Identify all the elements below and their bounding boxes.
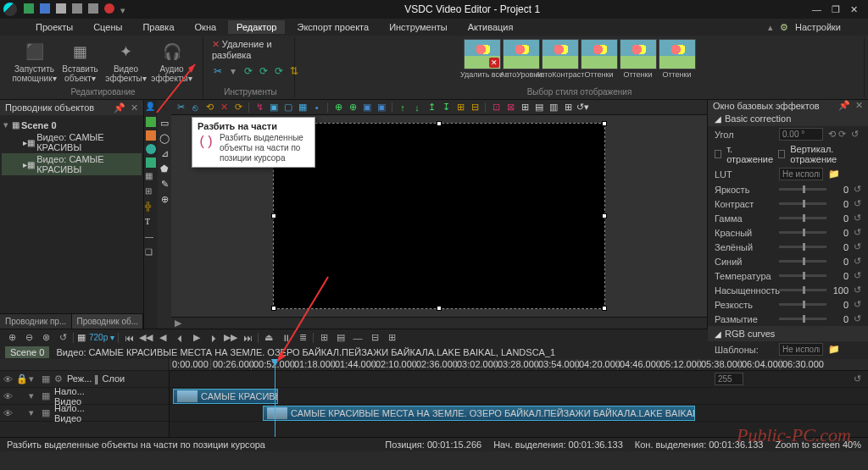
- tool-icon[interactable]: ⟳: [258, 65, 270, 77]
- toolbar-icon[interactable]: ⊠: [504, 102, 516, 113]
- tc-icon[interactable]: ⏸: [279, 331, 292, 345]
- tool-icon[interactable]: [146, 158, 156, 168]
- tool-icon[interactable]: ⟳: [242, 65, 254, 77]
- panel-tab[interactable]: Проводник пр...: [0, 314, 72, 329]
- tc-icon[interactable]: ⏏: [262, 331, 275, 345]
- toolbar-icon[interactable]: ⊕: [332, 102, 344, 113]
- tool-icon[interactable]: ╬: [145, 202, 157, 213]
- tc-icon[interactable]: ≣: [296, 331, 309, 345]
- tool-icon[interactable]: [146, 144, 156, 154]
- templates-select[interactable]: [779, 343, 823, 356]
- style-tint2[interactable]: Оттенки: [620, 39, 657, 79]
- menu-scenes[interactable]: Сцены: [85, 20, 131, 34]
- transport-play[interactable]: ▶: [190, 331, 203, 345]
- tool-icon[interactable]: —: [145, 232, 157, 244]
- toolbar-icon[interactable]: ▤: [533, 102, 545, 113]
- slider[interactable]: [779, 231, 826, 234]
- tool-icon[interactable]: [146, 130, 156, 141]
- tool-icon[interactable]: ▦: [145, 171, 157, 183]
- menu-edit[interactable]: Правка: [134, 20, 182, 34]
- play-preview-icon[interactable]: ▶: [175, 318, 181, 329]
- slider[interactable]: [779, 260, 826, 263]
- folder-icon[interactable]: 📁: [828, 169, 840, 180]
- section-basic-correction[interactable]: ◢ Basic correction: [708, 111, 868, 126]
- tool-icon[interactable]: ❏: [145, 247, 157, 259]
- transport-last[interactable]: ⏭: [241, 331, 254, 345]
- tc-icon[interactable]: ⊖: [22, 331, 36, 345]
- resolution-select[interactable]: 720p ▾: [89, 333, 114, 342]
- toolbar-icon[interactable]: ⊟: [469, 102, 481, 113]
- toolbar-icon[interactable]: ↧: [440, 102, 452, 113]
- transport-prev[interactable]: ◀◀: [139, 331, 153, 345]
- tc-icon[interactable]: —: [351, 331, 364, 345]
- arrow-down-icon[interactable]: ↓: [411, 102, 423, 113]
- reset-icon[interactable]: ↺: [854, 213, 861, 224]
- close-panel-icon[interactable]: ✕: [855, 100, 863, 111]
- qa-dropdown-icon[interactable]: ▾: [120, 5, 131, 15]
- style-tint1[interactable]: Оттенки: [581, 39, 618, 79]
- reset-icon[interactable]: ↺: [854, 227, 861, 238]
- timeline-clip[interactable]: САМЫЕ КРАСИВЫЕ: [173, 389, 278, 404]
- close-button[interactable]: ✕: [850, 4, 858, 15]
- cursor-tool-icon[interactable]: ↖: [159, 102, 170, 113]
- toolbar-icon[interactable]: ⊡: [490, 102, 502, 113]
- toolbar-icon[interactable]: ↯: [253, 102, 265, 113]
- qa-icon[interactable]: [88, 3, 98, 14]
- tool-icon[interactable]: 👤: [145, 102, 157, 113]
- tc-icon[interactable]: ⊞: [385, 331, 398, 345]
- tc-icon[interactable]: ⊗: [39, 331, 53, 345]
- qa-icon[interactable]: [72, 3, 82, 14]
- reset-icon[interactable]: ↺: [854, 299, 861, 310]
- tc-icon[interactable]: ⊕: [5, 331, 19, 345]
- cut-icon[interactable]: ✂: [212, 65, 224, 77]
- qa-icon[interactable]: [40, 3, 50, 14]
- pin-icon[interactable]: 📌: [838, 100, 850, 111]
- slider[interactable]: [779, 303, 826, 306]
- menu-activation[interactable]: Активация: [459, 20, 522, 34]
- shape-tool-icon[interactable]: ⊕: [159, 193, 170, 205]
- arrow-up-icon[interactable]: ↑: [397, 102, 409, 113]
- tool-icon[interactable]: ⟳: [273, 65, 285, 77]
- shape-tool-icon[interactable]: ⬟: [159, 163, 170, 174]
- toolbar-icon[interactable]: ▥: [548, 102, 559, 113]
- ellipse-tool-icon[interactable]: ◯: [159, 132, 170, 144]
- style-autolevels[interactable]: АвтоУровни: [503, 39, 540, 79]
- menu-tools[interactable]: Инструменты: [381, 20, 456, 34]
- style-autocontrast[interactable]: АвтоКонтраст: [542, 39, 579, 79]
- toolbar-icon[interactable]: ⊕: [347, 102, 359, 113]
- slider[interactable]: [779, 217, 826, 219]
- reset-icon[interactable]: ↺: [854, 313, 861, 324]
- reset-icon[interactable]: ↺: [854, 184, 861, 195]
- toolbar-icon[interactable]: ▣: [376, 102, 387, 113]
- toolbar-icon[interactable]: ⟲: [203, 102, 215, 113]
- tc-icon[interactable]: ⊞: [317, 331, 331, 345]
- toolbar-icon[interactable]: ✂: [175, 102, 186, 113]
- wizard-button[interactable]: ⬛Запустить помощник▾: [13, 39, 57, 85]
- toolbar-icon[interactable]: ⟳: [232, 102, 244, 113]
- slider[interactable]: [779, 246, 826, 248]
- close-panel-icon[interactable]: ✕: [131, 102, 138, 113]
- menu-projects[interactable]: Проекты: [27, 20, 81, 34]
- style-tint3[interactable]: Оттенки: [659, 39, 696, 79]
- transport-first[interactable]: ⏮: [122, 331, 136, 345]
- minimize-button[interactable]: —: [812, 4, 821, 15]
- toolbar-icon[interactable]: ▣: [268, 102, 280, 113]
- tool-icon[interactable]: ⊞: [145, 186, 157, 198]
- panel-tab[interactable]: Проводник об...: [72, 314, 144, 329]
- settings-gear-icon[interactable]: ⚙: [780, 22, 788, 33]
- toolbar-icon[interactable]: ↺▾: [576, 102, 588, 113]
- tc-icon[interactable]: ▤: [334, 331, 348, 345]
- reset-icon[interactable]: ↺: [854, 285, 861, 296]
- menu-export[interactable]: Экспорт проекта: [288, 20, 377, 34]
- reset-icon[interactable]: ↺: [854, 270, 861, 281]
- text-tool-icon[interactable]: T: [145, 217, 157, 229]
- toolbar-icon[interactable]: ▦: [297, 102, 309, 113]
- toolbar-icon[interactable]: ▪: [311, 102, 323, 113]
- audio-effects-button[interactable]: 🎧Аудио эффекты▾: [150, 39, 194, 85]
- transport-back[interactable]: ◀: [156, 331, 170, 345]
- toolbar-icon[interactable]: ⊞: [519, 102, 531, 113]
- playhead[interactable]: [275, 359, 275, 437]
- toolbar-icon[interactable]: ▣: [361, 102, 373, 113]
- pencil-tool-icon[interactable]: ✎: [159, 178, 170, 190]
- slider[interactable]: [779, 274, 826, 277]
